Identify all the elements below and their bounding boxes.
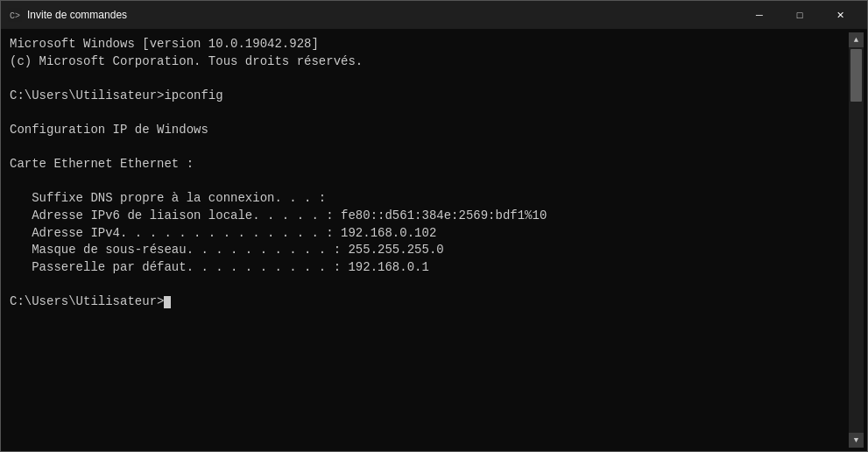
terminal-line: Carte Ethernet Ethernet : [10, 156, 843, 173]
minimize-button[interactable]: ─ [739, 1, 780, 29]
terminal-line [10, 276, 843, 293]
terminal-line [10, 173, 843, 191]
window-title: Invite de commandes [27, 9, 739, 21]
terminal-line: Passerelle par défaut. . . . . . . . . .… [10, 259, 843, 277]
terminal-line: Adresse IPv6 de liaison locale. . . . . … [10, 208, 843, 225]
window-controls: ─ □ ✕ [739, 1, 860, 29]
scroll-up-button[interactable]: ▲ [849, 32, 864, 47]
cursor [164, 296, 171, 308]
terminal-line: C:\Users\Utilisateur> [10, 293, 843, 311]
terminal-line [10, 104, 843, 122]
terminal-output: Microsoft Windows [version 10.0.19042.92… [4, 32, 849, 448]
scroll-track[interactable] [849, 47, 864, 433]
terminal-line: Microsoft Windows [version 10.0.19042.92… [10, 36, 843, 53]
terminal-line: Configuration IP de Windows [10, 122, 843, 139]
terminal-line [10, 139, 843, 157]
scrollbar[interactable]: ▲ ▼ [849, 32, 864, 448]
titlebar: C> Invite de commandes ─ □ ✕ [1, 1, 867, 29]
svg-text:C>: C> [10, 11, 20, 21]
terminal-line: C:\Users\Utilisateur>ipconfig [10, 88, 843, 105]
scroll-down-button[interactable]: ▼ [849, 433, 864, 448]
close-button[interactable]: ✕ [820, 1, 860, 29]
scroll-thumb[interactable] [850, 49, 862, 102]
terminal-line: Masque de sous-réseau. . . . . . . . . .… [10, 242, 843, 259]
maximize-button[interactable]: □ [780, 1, 820, 29]
terminal-line [10, 70, 843, 88]
cmd-window: C> Invite de commandes ─ □ ✕ Microsoft W… [0, 0, 868, 452]
terminal-line: Suffixe DNS propre à la connexion. . . : [10, 190, 843, 208]
terminal-line: (c) Microsoft Corporation. Tous droits r… [10, 53, 843, 71]
terminal-body[interactable]: Microsoft Windows [version 10.0.19042.92… [1, 29, 867, 451]
terminal-icon: C> [8, 8, 22, 22]
terminal-line: Adresse IPv4. . . . . . . . . . . . . . … [10, 225, 843, 243]
